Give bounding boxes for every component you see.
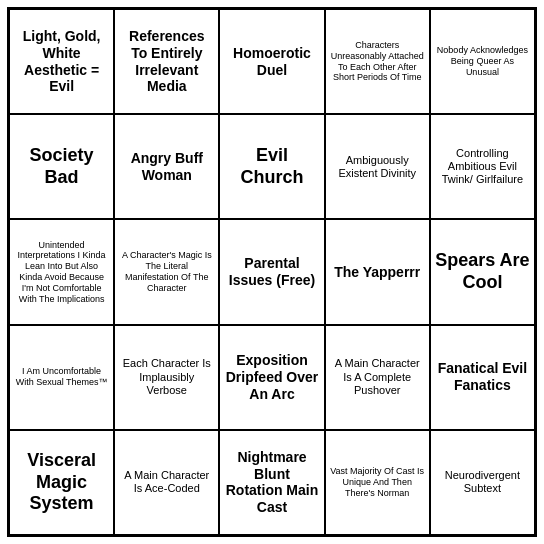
bingo-cell-r0c0: Light, Gold, White Aesthetic = Evil — [9, 9, 114, 114]
bingo-cell-r2c3: The Yapperrr — [325, 219, 430, 324]
bingo-cell-r0c3: Characters Unreasonably Attached To Each… — [325, 9, 430, 114]
bingo-cell-r2c1: A Character's Magic Is The Literal Manif… — [114, 219, 219, 324]
bingo-cell-r4c1: A Main Character Is Ace-Coded — [114, 430, 219, 535]
bingo-cell-r2c2: Parental Issues (Free) — [219, 219, 324, 324]
bingo-cell-r3c3: A Main Character Is A Complete Pushover — [325, 325, 430, 430]
bingo-cell-r2c4: Spears Are Cool — [430, 219, 535, 324]
bingo-cell-r4c3: Vast Majority Of Cast Is Unique And Then… — [325, 430, 430, 535]
bingo-cell-r3c0: I Am Uncomfortable With Sexual Themes™ — [9, 325, 114, 430]
bingo-cell-r3c2: Exposition Dripfeed Over An Arc — [219, 325, 324, 430]
bingo-cell-r4c0: Visceral Magic System — [9, 430, 114, 535]
bingo-cell-r4c4: Neurodivergent Subtext — [430, 430, 535, 535]
bingo-cell-r3c4: Fanatical Evil Fanatics — [430, 325, 535, 430]
bingo-cell-r1c1: Angry Buff Woman — [114, 114, 219, 219]
bingo-cell-r2c0: Unintended Interpretations I Kinda Lean … — [9, 219, 114, 324]
bingo-cell-r1c0: Society Bad — [9, 114, 114, 219]
bingo-cell-r3c1: Each Character Is Implausibly Verbose — [114, 325, 219, 430]
bingo-cell-r1c4: Controlling Ambitious Evil Twink/ Girlfa… — [430, 114, 535, 219]
bingo-cell-r4c2: Nightmare Blunt Rotation Main Cast — [219, 430, 324, 535]
bingo-cell-r1c2: Evil Church — [219, 114, 324, 219]
bingo-card: Light, Gold, White Aesthetic = EvilRefer… — [7, 7, 537, 537]
bingo-cell-r1c3: Ambiguously Existent Divinity — [325, 114, 430, 219]
bingo-cell-r0c4: Nobody Acknowledges Being Queer As Unusu… — [430, 9, 535, 114]
bingo-cell-r0c1: References To Entirely Irrelevant Media — [114, 9, 219, 114]
bingo-cell-r0c2: Homoerotic Duel — [219, 9, 324, 114]
